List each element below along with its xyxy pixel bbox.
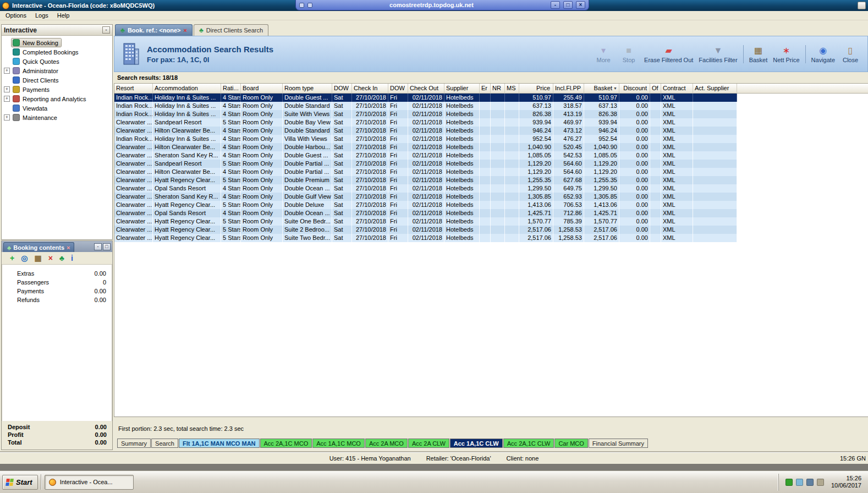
toolbar-button[interactable]: ◉ Navigate [805,45,838,63]
booking-contents-row[interactable]: Payments 0.00 [2,287,112,296]
rdp-connection-bar[interactable]: comostreetrdp.topdog.uk.net - □ × [295,0,589,10]
column-header[interactable]: Supplier [444,84,480,94]
column-header[interactable]: Room type [283,84,332,94]
toolbar-button[interactable]: ▯ Close [838,45,863,63]
toolbar-button[interactable]: ■ Stop [616,45,641,63]
basket-icon[interactable]: ▦ [34,254,41,262]
result-row[interactable]: Clearwater ... Hilton Clearwater Be... 4… [114,127,737,135]
info-icon[interactable]: i [71,254,73,262]
rdp-close-button[interactable]: × [576,1,585,9]
panel-float-button[interactable]: □ [103,243,111,250]
start-button[interactable]: Start [2,475,38,490]
column-header[interactable]: Resort [114,84,153,94]
result-row[interactable]: Indian Rock... Holiday Inn & Suites ... … [114,102,737,110]
panel-minimize-button[interactable]: - [94,243,102,250]
column-header[interactable]: Of [650,84,661,94]
booking-contents-row[interactable]: Refunds 0.00 [2,296,112,305]
result-tab[interactable]: Flt 1A,1C MAN MCO MAN [179,439,260,448]
booking-contents-tab[interactable]: ♣ Booking contents × [3,242,74,252]
result-row[interactable]: Clearwater ... Sandpearl Resort 5 Stars … [114,118,737,127]
result-tab[interactable]: Acc 2A MCO [365,439,408,448]
column-header[interactable]: Check Out [408,84,444,94]
column-header[interactable]: Accommodation [153,84,221,94]
result-row[interactable]: Indian Rock... Holiday Inn & Suites ... … [114,94,737,102]
palm-icon[interactable]: ♣ [59,254,64,262]
menu-item[interactable]: Help [53,11,74,20]
result-tab[interactable]: Summary [117,439,151,448]
column-header[interactable]: Basket▼ [584,84,619,94]
sidebar-item[interactable]: Completed Bookings [2,47,112,57]
view-search-icon[interactable]: ◎ [21,254,28,262]
column-header[interactable]: DOW [332,84,352,94]
result-tab[interactable]: Search [151,439,178,448]
sidebar-item[interactable]: Viewdata [2,103,112,113]
column-header[interactable]: Er [480,84,491,94]
column-header[interactable]: Discount [619,84,650,94]
toolbar-button[interactable]: ∗ Nett Price [770,45,802,63]
sidebar-item[interactable]: Quick Quotes [2,57,112,66]
booking-contents-row[interactable]: Passengers 0 [2,278,112,287]
column-header[interactable]: Check In [352,84,388,94]
result-tab[interactable]: Car MCO [554,439,587,448]
result-row[interactable]: Clearwater ... Sandpearl Resort 5 Stars … [114,160,737,168]
result-row[interactable]: Clearwater ... Opal Sands Resort 4 Stars… [114,209,737,217]
result-row[interactable]: Clearwater ... Hilton Clearwater Be... 4… [114,168,737,176]
sidebar-item[interactable]: Direct Clients [2,75,112,85]
column-header[interactable]: Price [519,84,553,94]
result-tab[interactable]: Financial Summary [589,439,648,448]
result-row[interactable]: Clearwater ... Hyatt Regency Clear... 5 … [114,201,737,209]
expand-icon[interactable]: + [4,68,10,74]
column-header[interactable]: Board [241,84,283,94]
collapse-panel-button[interactable]: - [102,26,110,34]
volume-icon[interactable] [817,479,824,486]
result-row[interactable]: Indian Rock... Holiday Inn & Suites ... … [114,110,737,118]
delete-icon[interactable]: × [48,254,53,262]
result-tab[interactable]: Acc 2A,1C MCO [260,439,312,448]
column-header[interactable]: Contract [661,84,693,94]
toolbar-button[interactable]: ▰ Erase Filtered Out [641,45,696,63]
result-row[interactable]: Clearwater ... Hilton Clearwater Be... 4… [114,143,737,151]
column-header[interactable]: Incl.Fl.PP [553,84,584,94]
pin-icon[interactable] [299,3,304,8]
result-row[interactable]: Clearwater ... Opal Sands Resort 4 Stars… [114,184,737,193]
result-tab[interactable]: Acc 2A CLW [408,439,449,448]
sidebar-item[interactable]: New Booking [2,38,112,47]
toolbar-button[interactable]: ▼ Facilities Filter [696,45,740,63]
close-tab-icon[interactable]: × [183,27,186,34]
taskbar-app-button[interactable]: Interactive - Ocea... [45,475,134,490]
column-header[interactable]: NR [491,84,505,94]
column-header[interactable]: MS [505,84,519,94]
result-row[interactable]: Clearwater ... Hyatt Regency Clear... 5 … [114,217,737,226]
expand-icon[interactable]: + [4,96,10,102]
sidebar-item[interactable]: + Administrator [2,66,112,75]
network-icon[interactable] [806,479,814,486]
column-header[interactable]: DOW [388,84,408,94]
booking-contents-row[interactable]: Extras 0.00 [2,270,112,278]
sidebar-item[interactable]: + Payments [2,85,112,94]
toolbar-button[interactable]: ▾ More [591,45,616,63]
column-header[interactable]: Rati... [221,84,241,94]
menu-item[interactable]: Options [1,11,31,20]
result-row[interactable]: Clearwater ... Hyatt Regency Clear... 5 … [114,234,737,242]
sidebar-item[interactable]: + Reporting and Analytics [2,94,112,103]
result-row[interactable]: Clearwater ... Sheraton Sand Key R... 4 … [114,193,737,201]
expand-icon[interactable]: + [4,114,10,120]
column-header[interactable]: Act. Supplier [693,84,737,94]
result-tab[interactable]: Acc 1A,1C MCO [312,439,365,448]
document-tab[interactable]: ♣ Book. ref.: <none> × [115,24,193,36]
toolbar-button[interactable]: ▦ Basket [743,45,771,63]
result-tab[interactable]: Acc 2A,1C CLW [503,439,554,448]
add-icon[interactable]: + [10,254,14,262]
menu-item[interactable]: Logs [31,11,53,20]
sidebar-item[interactable]: + Maintenance [2,113,112,122]
result-row[interactable]: Clearwater ... Hyatt Regency Clear... 5 … [114,226,737,234]
result-row[interactable]: Clearwater ... Hyatt Regency Clear... 5 … [114,176,737,184]
expand-icon[interactable]: + [4,86,10,92]
result-tab[interactable]: Acc 1A,1C CLW [450,439,503,448]
rdp-minimize-button[interactable]: - [551,1,560,9]
close-tab-icon[interactable]: × [67,244,70,251]
antivirus-icon[interactable] [785,479,793,486]
window-titlebar[interactable]: Interactive - Ocean-Florida (code: x8oMQ… [0,0,868,11]
result-row[interactable]: Indian Rock... Holiday Inn & Suites ... … [114,135,737,143]
window-control-button[interactable] [858,2,866,9]
